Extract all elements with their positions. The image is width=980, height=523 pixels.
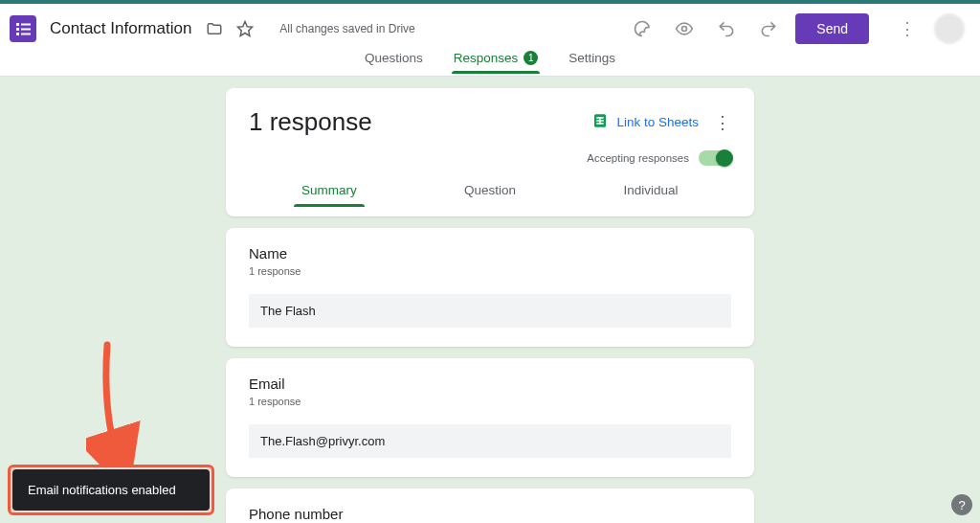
subtab-individual[interactable]: Individual <box>570 183 731 207</box>
annotation-callout: Email notifications enabled <box>8 465 214 515</box>
redo-icon[interactable] <box>757 17 780 40</box>
send-button[interactable]: Send <box>795 13 869 44</box>
responses-summary-card: 1 response Link to Sheets ⋮ Accepting re… <box>226 88 754 216</box>
header-actions: Send ⋮ <box>627 13 965 44</box>
question-card-email: Email 1 response The.Flash@privyr.com <box>226 358 754 477</box>
avatar[interactable] <box>934 13 965 44</box>
tab-questions[interactable]: Questions <box>363 51 425 74</box>
link-to-sheets-button[interactable]: Link to Sheets <box>591 112 699 132</box>
question-card-phone: Phone number 1 response <box>226 489 754 523</box>
svg-rect-6 <box>21 34 31 35</box>
accepting-responses-label: Accepting responses <box>587 152 689 164</box>
preview-icon[interactable] <box>673 17 696 40</box>
sheets-icon <box>591 112 609 132</box>
svg-rect-4 <box>21 29 31 31</box>
main-tabs: Questions Responses 1 Settings <box>0 48 980 77</box>
canvas: 1 response Link to Sheets ⋮ Accepting re… <box>0 77 980 523</box>
forms-logo-icon[interactable] <box>8 13 38 44</box>
move-to-folder-icon[interactable] <box>203 17 226 40</box>
document-title[interactable]: Contact Information <box>50 19 199 38</box>
tab-responses[interactable]: Responses 1 <box>452 51 541 74</box>
response-count-title: 1 response <box>249 107 591 137</box>
tab-responses-label: Responses <box>454 51 519 65</box>
more-menu-icon[interactable]: ⋮ <box>896 17 919 40</box>
subtab-summary[interactable]: Summary <box>249 183 410 207</box>
question-count: 1 response <box>249 265 731 277</box>
question-title: Email <box>249 375 731 392</box>
response-value: The Flash <box>249 294 731 328</box>
link-to-sheets-label: Link to Sheets <box>616 115 699 129</box>
undo-icon[interactable] <box>715 17 738 40</box>
responses-subtabs: Summary Question Individual <box>249 183 731 207</box>
star-icon[interactable] <box>234 17 256 40</box>
theme-icon[interactable] <box>631 17 654 40</box>
subtab-question[interactable]: Question <box>410 183 570 207</box>
responses-count-badge: 1 <box>523 51 538 65</box>
help-icon[interactable]: ? <box>951 494 972 515</box>
svg-rect-3 <box>16 28 19 31</box>
svg-rect-1 <box>16 23 19 26</box>
question-count: 1 response <box>249 396 731 407</box>
svg-rect-2 <box>21 24 31 26</box>
response-value: The.Flash@privyr.com <box>249 424 731 458</box>
svg-rect-5 <box>16 33 19 35</box>
question-title: Name <box>249 245 731 262</box>
question-card-name: Name 1 response The Flash <box>226 228 754 347</box>
question-title: Phone number <box>249 506 731 522</box>
svg-point-8 <box>682 27 687 32</box>
tab-settings[interactable]: Settings <box>567 51 617 74</box>
toast-message: Email notifications enabled <box>28 483 176 497</box>
svg-marker-7 <box>238 22 253 36</box>
svg-rect-13 <box>600 117 602 125</box>
responses-more-icon[interactable]: ⋮ <box>714 112 731 133</box>
toast-notification: Email notifications enabled <box>12 469 210 511</box>
header: Contact Information All changes saved in… <box>0 4 980 48</box>
accepting-responses-toggle[interactable] <box>699 150 731 166</box>
save-status: All changes saved in Drive <box>279 22 414 35</box>
